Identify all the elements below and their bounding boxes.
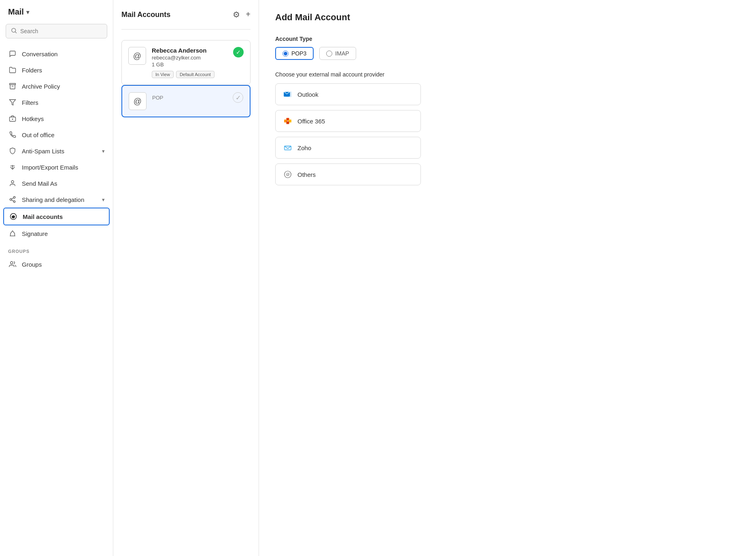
svg-rect-28 (287, 121, 289, 124)
app-title[interactable]: Mail ▾ (0, 7, 113, 24)
radio-input-imap[interactable] (326, 51, 332, 57)
sidebar-item-signature[interactable]: Signature (0, 225, 113, 242)
search-box[interactable] (6, 24, 107, 38)
sidebar-item-label: Conversation (22, 51, 57, 57)
provider-item-office365[interactable]: Office 365 (275, 110, 421, 132)
sidebar-item-mail-accounts[interactable]: @ Mail accounts (3, 208, 110, 225)
account-info: Rebecca Anderson rebecca@zylker.com 1 GB… (152, 47, 227, 78)
sidebar-item-label: Import/Export Emails (22, 164, 78, 171)
account-info: POP (152, 92, 227, 101)
account-card-pop[interactable]: @ POP ✓ (121, 85, 251, 117)
radio-label-pop3: POP3 (291, 50, 306, 57)
chevron-down-icon: ▾ (102, 197, 105, 203)
svg-line-1 (15, 32, 17, 33)
svg-marker-4 (10, 100, 16, 105)
account-type-label: Account Type (275, 36, 740, 42)
app-title-text: Mail (8, 7, 24, 17)
account-size: 1 GB (152, 62, 227, 68)
svg-line-14 (11, 200, 13, 201)
middle-actions: ⚙ + (233, 10, 251, 19)
right-title: Add Mail Account (275, 12, 740, 23)
provider-list: Outlook Office 365 Zoho @ Others (275, 83, 421, 185)
svg-point-13 (13, 201, 15, 203)
sidebar-item-label: Archive Policy (22, 83, 60, 90)
radio-option-imap[interactable]: IMAP (319, 47, 356, 60)
hotkeys-icon (8, 115, 17, 122)
provider-label-zoho: Zoho (297, 144, 311, 151)
import-export-icon (8, 163, 17, 171)
sidebar-item-label: Send Mail As (22, 180, 57, 187)
sidebar: Mail ▾ Conversation Folders Archive Poli… (0, 0, 113, 556)
groups-icon (8, 261, 17, 268)
sidebar-item-conversation[interactable]: Conversation (0, 46, 113, 62)
sidebar-item-label: Filters (22, 99, 38, 106)
sidebar-item-groups[interactable]: Groups (0, 256, 113, 272)
sidebar-item-hotkeys[interactable]: Hotkeys (0, 110, 113, 127)
middle-panel: Mail Accounts ⚙ + @ Rebecca Anderson reb… (113, 0, 259, 556)
sidebar-item-import-export[interactable]: Import/Export Emails (0, 159, 113, 175)
sidebar-item-anti-spam[interactable]: Anti-Spam Lists ▾ (0, 143, 113, 159)
provider-item-outlook[interactable]: Outlook (275, 83, 421, 105)
sidebar-item-label: Out of office (22, 132, 55, 138)
outlook-icon (283, 89, 293, 99)
account-badges: In ViewDefault Account (152, 71, 227, 78)
account-type-radio-group: POP3 IMAP (275, 47, 740, 60)
svg-point-11 (13, 197, 15, 199)
svg-line-15 (11, 198, 13, 199)
sharing-icon (8, 196, 17, 203)
account-status: ✓ (233, 92, 243, 103)
conversation-icon (8, 50, 17, 57)
folders-icon (8, 66, 17, 74)
svg-text:@: @ (286, 172, 290, 176)
svg-point-10 (11, 180, 14, 183)
svg-rect-2 (10, 83, 16, 85)
radio-label-imap: IMAP (335, 50, 349, 57)
zoho-icon (283, 143, 293, 153)
svg-point-12 (10, 199, 12, 201)
sidebar-item-filters[interactable]: Filters (0, 94, 113, 110)
sidebar-nav: Conversation Folders Archive Policy Filt… (0, 46, 113, 242)
sidebar-item-label: Hotkeys (22, 115, 44, 122)
out-of-office-icon (8, 131, 17, 138)
provider-item-others[interactable]: @ Others (275, 163, 421, 185)
right-panel: Add Mail Account Account Type POP3 IMAP … (259, 0, 756, 556)
add-account-icon[interactable]: + (246, 10, 251, 19)
account-name: Rebecca Anderson (152, 47, 227, 54)
provider-label-outlook: Outlook (297, 91, 319, 98)
mail-accounts-icon: @ (9, 213, 18, 220)
provider-item-zoho[interactable]: Zoho (275, 137, 421, 159)
office365-icon (283, 116, 293, 126)
sidebar-item-folders[interactable]: Folders (0, 62, 113, 78)
app-title-chevron: ▾ (26, 9, 29, 15)
chevron-down-icon: ▾ (102, 148, 105, 154)
sidebar-item-label: Signature (22, 230, 48, 237)
pop-label: POP (152, 95, 227, 101)
provider-label-office365: Office 365 (297, 118, 325, 125)
sidebar-item-label: Sharing and delegation (22, 196, 84, 203)
sidebar-item-send-mail-as[interactable]: Send Mail As (0, 175, 113, 191)
radio-input-pop3[interactable] (282, 51, 289, 57)
archive-policy-icon (8, 83, 17, 90)
search-input[interactable] (20, 28, 102, 34)
sidebar-groups: Groups (0, 256, 113, 272)
sidebar-item-out-of-office[interactable]: Out of office (0, 127, 113, 143)
sidebar-item-label: Folders (22, 67, 42, 74)
middle-title: Mail Accounts (121, 11, 170, 19)
sidebar-item-sharing[interactable]: Sharing and delegation ▾ (0, 191, 113, 208)
search-icon (11, 28, 17, 35)
accounts-list: @ Rebecca Anderson rebecca@zylker.com 1 … (121, 40, 251, 117)
sidebar-item-label: Mail accounts (23, 213, 63, 220)
provider-label-others: Others (297, 171, 316, 178)
status-check-gray: ✓ (233, 92, 243, 103)
anti-spam-icon (8, 147, 17, 155)
gear-icon[interactable]: ⚙ (233, 10, 240, 19)
status-check-green: ✓ (233, 47, 244, 57)
sidebar-item-archive-policy[interactable]: Archive Policy (0, 78, 113, 94)
signature-icon (8, 230, 17, 237)
account-icon: @ (128, 47, 146, 65)
account-status: ✓ (233, 47, 244, 57)
middle-divider (121, 29, 251, 30)
svg-text:@: @ (12, 215, 15, 219)
radio-option-pop3[interactable]: POP3 (275, 47, 314, 60)
account-card-rebecca[interactable]: @ Rebecca Anderson rebecca@zylker.com 1 … (121, 40, 251, 85)
